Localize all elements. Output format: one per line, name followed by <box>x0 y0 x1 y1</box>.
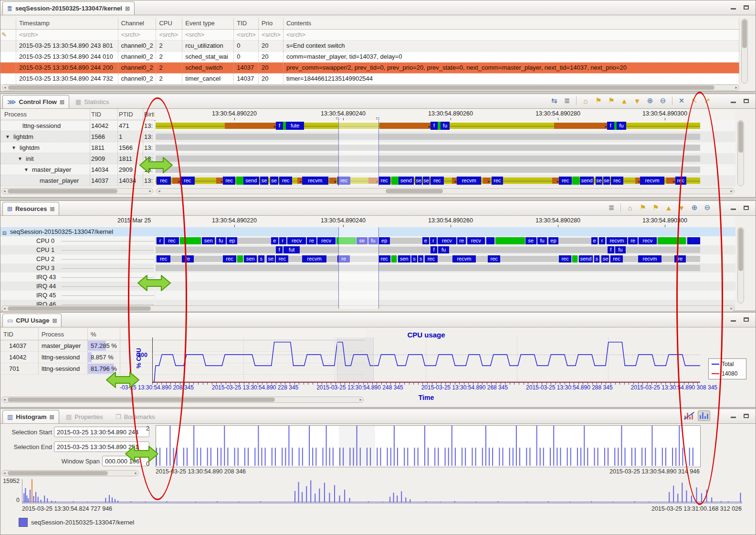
histogram-hscrollbar[interactable]: ◂ ▸ <box>1 470 139 476</box>
control-flow-vscrollbar[interactable] <box>737 120 744 186</box>
resource-row-label[interactable]: IRQ 44 <box>0 282 154 291</box>
timeline-row[interactable] <box>156 153 735 164</box>
column-header-tid[interactable]: TID <box>234 18 259 29</box>
state-segment-r[interactable]: r <box>430 237 437 244</box>
state-segment-rec[interactable]: rec <box>279 177 292 185</box>
follow-prev-icon[interactable]: ↖ <box>689 95 700 106</box>
state-segment-rec[interactable]: rec <box>559 255 571 262</box>
timeline-row[interactable]: ffutffuffu <box>156 245 735 254</box>
maximize-icon[interactable] <box>744 414 749 418</box>
scroll-right-icon[interactable]: ▸ <box>149 189 151 194</box>
align-views-icon[interactable]: ⇆ <box>549 95 559 106</box>
process-tree-row[interactable]: ▼lightdm1566113: <box>0 131 154 142</box>
resource-row-label[interactable]: CPU 0 <box>0 236 154 245</box>
state-segment-recvm[interactable]: recvm <box>457 177 481 185</box>
state-segment-rec[interactable]: rec <box>430 177 443 185</box>
state-segment-send[interactable]: send <box>580 177 594 185</box>
state-segment-recvm[interactable]: recvm <box>452 255 476 262</box>
timeline-row[interactable] <box>156 142 735 153</box>
zoom-in-icon[interactable]: ⊕ <box>645 95 655 106</box>
event-cell-prio[interactable]: 20 <box>259 52 284 62</box>
search-filter-tid[interactable]: <srch> <box>234 30 259 40</box>
event-cell-event-type[interactable]: rcu_utilization <box>182 41 234 51</box>
state-segment-f[interactable]: f <box>607 122 614 130</box>
state-segment-rec[interactable]: rec <box>180 177 195 185</box>
state-segment-se[interactable]: se <box>270 177 278 185</box>
state-segment-s[interactable]: s <box>411 255 417 262</box>
event-cell-channel[interactable]: channel0_2 <box>118 41 157 51</box>
previous-event-icon[interactable]: ▲ <box>663 202 674 213</box>
home-icon[interactable]: ⌂ <box>580 95 591 106</box>
state-segment-rec[interactable]: rec <box>425 255 438 262</box>
tab-events-table[interactable]: ≣ seqSession-20150325-133047/kernel ⊠ <box>2 1 135 15</box>
tab-resources[interactable]: ⊞ Resources ⊠ <box>2 202 59 215</box>
resources-vscrollbar[interactable] <box>737 227 744 304</box>
scroll-right-icon[interactable]: ▸ <box>730 189 733 194</box>
state-segment-fu[interactable]: fu <box>537 237 547 244</box>
state-segment[interactable]: ► <box>379 123 430 129</box>
mini-histogram[interactable] <box>156 425 701 467</box>
zoom-out-icon[interactable]: ⊖ <box>702 202 713 213</box>
maximize-icon[interactable] <box>744 206 749 210</box>
selection-end-line[interactable] <box>378 120 379 186</box>
tab-histogram[interactable]: ▥ Histogram ⊠ <box>2 410 59 423</box>
scroll-left-icon[interactable]: ◂ <box>158 189 160 194</box>
event-cell-event-type[interactable]: timer_cancel <box>182 73 234 84</box>
event-cell-tid[interactable]: 0 <box>234 52 259 62</box>
event-cell-timestamp[interactable]: 2015-03-25 13:30:54.890 244 010 <box>16 52 118 62</box>
show-legend-icon[interactable]: ≣ <box>562 95 572 106</box>
state-segment-s[interactable]: s <box>594 255 599 262</box>
state-segment-fu[interactable]: fu <box>438 246 449 253</box>
state-segment-recv[interactable]: recv <box>438 237 456 244</box>
state-segment-se[interactable]: se <box>601 255 609 262</box>
state-segment[interactable]: ► <box>216 178 223 184</box>
state-segment[interactable]: ► <box>666 178 675 184</box>
process-tree-row[interactable]: ▼init2909181113: <box>0 153 154 164</box>
state-segment[interactable]: ► <box>297 178 302 184</box>
event-cell-cpu[interactable]: 2 <box>156 52 182 62</box>
events-vscrollbar[interactable] <box>741 19 748 84</box>
timeline-row[interactable] <box>156 131 735 142</box>
event-row[interactable]: 2015-03-25 13:30:54.890 244 200channel0_… <box>0 63 739 73</box>
search-filter-timestamp[interactable]: <srch> <box>16 30 118 40</box>
resource-row-label[interactable]: IRQ 45 <box>0 291 154 300</box>
event-cell-cpu[interactable]: 2 <box>156 73 182 84</box>
state-segment-recvm[interactable]: recvm <box>607 237 627 244</box>
event-cell-cpu[interactable]: 2 <box>156 63 182 73</box>
state-segment-sen[interactable]: sen <box>202 237 215 244</box>
minimize-icon[interactable] <box>731 209 736 210</box>
state-segment-ep[interactable]: ep <box>379 237 390 244</box>
event-cell-tid[interactable]: 14037 <box>234 63 259 73</box>
state-segment-rec[interactable]: rec <box>559 177 571 185</box>
tab-properties[interactable]: ▤ Properties <box>62 410 107 423</box>
state-segment-sen[interactable]: sen <box>398 255 410 262</box>
state-segment[interactable] <box>486 237 494 244</box>
state-segment-rec[interactable]: rec <box>223 177 235 185</box>
minimize-icon[interactable] <box>731 102 736 103</box>
state-segment-f[interactable]: f <box>276 246 283 253</box>
scroll-left-icon[interactable]: ◂ <box>3 306 6 311</box>
resource-row-label[interactable]: IRQ 43 <box>0 273 154 282</box>
state-segment-fute[interactable]: fute <box>286 122 304 130</box>
state-segment[interactable] <box>658 237 686 244</box>
event-cell-tid[interactable]: 0 <box>234 41 259 51</box>
state-segment-fut[interactable]: fut <box>284 246 300 253</box>
scroll-left-icon[interactable]: ◂ <box>3 471 6 476</box>
timeline-row[interactable] <box>156 263 735 273</box>
next-event-icon[interactable]: ▼ <box>676 202 687 213</box>
previous-event-icon[interactable]: ▲ <box>619 95 630 106</box>
show-traces-icon[interactable] <box>698 410 710 421</box>
window-span-input[interactable] <box>102 456 149 466</box>
state-segment[interactable] <box>572 177 579 185</box>
column-header-event-type[interactable]: Event type <box>182 18 234 29</box>
state-segment[interactable] <box>236 177 243 185</box>
minimize-icon[interactable] <box>731 8 736 10</box>
tree-expander-icon[interactable]: ▼ <box>11 145 16 150</box>
state-segment[interactable]: ► <box>483 178 490 184</box>
state-segment-se[interactable]: se <box>525 237 536 244</box>
state-segment-re[interactable]: re <box>182 255 194 262</box>
previous-marker-icon[interactable]: ⚑ <box>593 95 604 106</box>
state-segment-rec[interactable]: rec <box>157 177 171 185</box>
state-segment-r[interactable]: r <box>279 237 286 244</box>
state-segment-se[interactable]: se <box>423 177 430 185</box>
